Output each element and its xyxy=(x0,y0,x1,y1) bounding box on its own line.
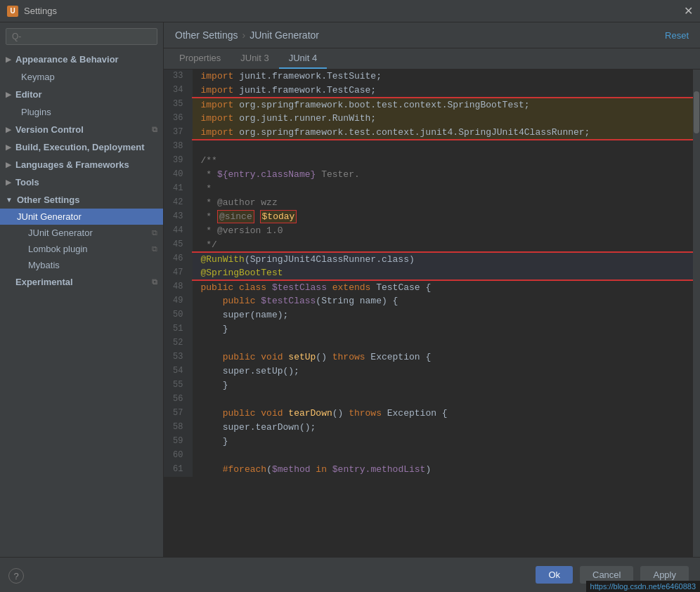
table-row: 52 xyxy=(164,336,699,350)
url-bar: https://blog.csdn.net/e6460883 xyxy=(586,581,700,592)
table-row: 39 /** xyxy=(164,154,699,168)
arrow-icon: ▶ xyxy=(6,55,11,63)
sidebar-item-versioncontrol[interactable]: ▶ Version Control ⧉ xyxy=(0,121,163,138)
sidebar-item-experimental[interactable]: Experimental ⧉ xyxy=(0,273,163,291)
table-row: 53 public void setUp() throws Exception … xyxy=(164,350,699,364)
line-number: 55 xyxy=(164,379,192,393)
scrollbar-thumb[interactable] xyxy=(694,91,699,133)
line-code: import org.junit.runner.RunWith; xyxy=(192,112,699,126)
line-code: @SpringBootTest xyxy=(192,266,699,280)
line-code: public $testClass(String name) { xyxy=(192,294,699,308)
breadcrumb-bar: Other Settings › JUnit Generator Reset xyxy=(164,22,700,48)
sidebar-item-keymap[interactable]: Keymap xyxy=(0,68,163,86)
breadcrumb-current: JUnit Generator xyxy=(249,29,319,41)
sidebar-item-editor[interactable]: ▶ Editor xyxy=(0,86,163,103)
line-code: * ${entry.className} Tester. xyxy=(192,168,699,182)
sidebar-item-junitgenerator-main[interactable]: JUnit Generator xyxy=(0,209,163,225)
breadcrumb-parent: Other Settings xyxy=(175,29,238,41)
main-layout: ▶ Appearance & Behavior Keymap ▶ Editor … xyxy=(0,22,700,557)
sidebar-item-lombok[interactable]: Lombok plugin ⧉ xyxy=(0,241,163,257)
tab-junit3[interactable]: JUnit 3 xyxy=(231,48,278,69)
line-number: 45 xyxy=(164,238,192,252)
code-editor[interactable]: 33 import junit.framework.TestSuite; 34 … xyxy=(164,70,700,557)
reset-button[interactable]: Reset xyxy=(665,30,689,41)
line-code: } xyxy=(192,379,699,393)
sidebar-item-appearance[interactable]: ▶ Appearance & Behavior xyxy=(0,51,163,68)
table-row: 51 } xyxy=(164,322,699,336)
tabs-bar: Properties JUnit 3 JUnit 4 xyxy=(164,48,700,70)
line-number: 42 xyxy=(164,196,192,210)
line-code: super.tearDown(); xyxy=(192,421,699,435)
line-code: super(name); xyxy=(192,308,699,322)
table-row: 59 } xyxy=(164,435,699,449)
line-code: import org.springframework.test.context.… xyxy=(192,126,699,140)
line-number: 61 xyxy=(164,463,192,477)
window-title: Settings xyxy=(24,6,57,16)
line-code xyxy=(192,393,699,407)
sidebar-item-languages[interactable]: ▶ Languages & Frameworks xyxy=(0,156,163,173)
line-number: 40 xyxy=(164,168,192,182)
arrow-icon: ▶ xyxy=(6,178,11,186)
copy-icon: ⧉ xyxy=(152,244,157,254)
line-number: 50 xyxy=(164,308,192,322)
search-input[interactable] xyxy=(6,28,157,45)
line-number: 60 xyxy=(164,449,192,463)
arrow-icon: ▶ xyxy=(6,161,11,169)
sidebar-item-plugins[interactable]: Plugins xyxy=(0,103,163,121)
help-button[interactable]: ? xyxy=(8,568,24,584)
line-number: 37 xyxy=(164,126,192,140)
tab-properties[interactable]: Properties xyxy=(169,48,231,69)
vertical-scrollbar[interactable] xyxy=(693,70,700,557)
line-code: /** xyxy=(192,154,699,168)
tab-junit4[interactable]: JUnit 4 xyxy=(279,48,327,69)
line-number: 57 xyxy=(164,407,192,421)
line-code: } xyxy=(192,322,699,336)
table-row: 49 public $testClass(String name) { xyxy=(164,294,699,308)
table-row: 46 @RunWith(SpringJUnit4ClassRunner.clas… xyxy=(164,252,699,266)
table-row: 42 * @author wzz xyxy=(164,196,699,210)
sidebar-item-build[interactable]: ▶ Build, Execution, Deployment xyxy=(0,138,163,156)
line-number: 43 xyxy=(164,210,192,224)
table-row: 48 public class $testClass extends TestC… xyxy=(164,280,699,294)
close-button[interactable]: ✕ xyxy=(684,6,693,17)
line-code: * @version 1.0 xyxy=(192,224,699,238)
line-code: * xyxy=(192,182,699,196)
line-code: public void setUp() throws Exception { xyxy=(192,350,699,364)
table-row: 55 } xyxy=(164,379,699,393)
line-code: @RunWith(SpringJUnit4ClassRunner.class) xyxy=(192,252,699,266)
line-number: 46 xyxy=(164,252,192,266)
table-row: 35 import org.springframework.boot.test.… xyxy=(164,98,699,112)
line-code: import junit.framework.TestSuite; xyxy=(192,70,699,84)
table-row: 44 * @version 1.0 xyxy=(164,224,699,238)
content-area: Other Settings › JUnit Generator Reset P… xyxy=(164,22,700,557)
table-row: 36 import org.junit.runner.RunWith; xyxy=(164,112,699,126)
line-number: 38 xyxy=(164,140,192,154)
line-code xyxy=(192,140,699,154)
table-row: 57 public void tearDown() throws Excepti… xyxy=(164,407,699,421)
line-number: 47 xyxy=(164,266,192,280)
breadcrumb-separator: › xyxy=(242,29,246,41)
line-code xyxy=(192,336,699,350)
line-code: } xyxy=(192,435,699,449)
sidebar-item-mybatis[interactable]: Mybatis xyxy=(0,257,163,273)
line-number: 54 xyxy=(164,364,192,379)
title-bar: U Settings ✕ xyxy=(0,0,700,22)
line-code: super.setUp(); xyxy=(192,364,699,379)
table-row: 37 import org.springframework.test.conte… xyxy=(164,126,699,140)
line-code: #foreach($method in $entry.methodList) xyxy=(192,463,699,477)
line-number: 59 xyxy=(164,435,192,449)
line-number: 52 xyxy=(164,336,192,350)
table-row: 38 xyxy=(164,140,699,154)
line-number: 51 xyxy=(164,322,192,336)
sidebar-item-junitgenerator-sub[interactable]: JUnit Generator ⧉ xyxy=(0,225,163,241)
ok-button[interactable]: Ok xyxy=(536,566,573,584)
line-number: 41 xyxy=(164,182,192,196)
line-number: 48 xyxy=(164,280,192,294)
line-number: 44 xyxy=(164,224,192,238)
sidebar-item-tools[interactable]: ▶ Tools xyxy=(0,173,163,191)
table-row: 47 @SpringBootTest xyxy=(164,266,699,280)
sidebar-item-othersettings[interactable]: ▼ Other Settings xyxy=(0,191,163,209)
line-code: public void tearDown() throws Exception … xyxy=(192,407,699,421)
table-row: 60 xyxy=(164,449,699,463)
table-row: 40 * ${entry.className} Tester. xyxy=(164,168,699,182)
